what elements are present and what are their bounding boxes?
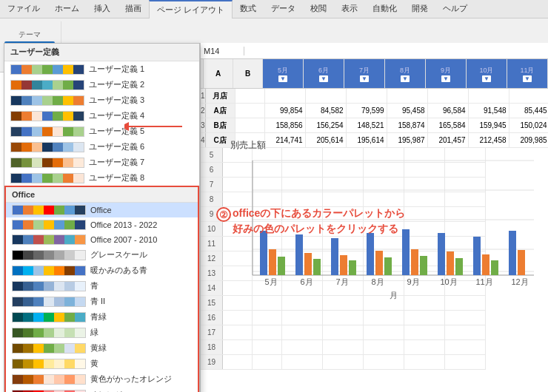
office-item-yellowgreen[interactable]: 黄緑	[6, 340, 198, 356]
tab-review[interactable]: 校閲	[303, 0, 334, 18]
office-item-yellow[interactable]: 黄	[6, 356, 198, 371]
col-jun[interactable]: 6月 ▼	[304, 59, 344, 88]
tab-dev[interactable]: 開発	[404, 0, 435, 18]
svg-rect-26	[473, 237, 481, 275]
col-sep[interactable]: 9月 ▼	[426, 59, 467, 88]
svg-rect-12	[304, 253, 312, 275]
col-may[interactable]: 5月 ▼	[263, 59, 304, 88]
svg-rect-14	[331, 238, 338, 275]
tab-home[interactable]: ホーム	[47, 0, 87, 18]
annotation-text-line1: officeの下にあるカラーパレットから	[233, 206, 405, 221]
user-item-6[interactable]: ユーザー定義 6	[4, 139, 199, 155]
svg-rect-10	[278, 257, 285, 275]
svg-rect-28	[491, 260, 498, 275]
svg-rect-16	[349, 260, 356, 275]
svg-text:12月: 12月	[511, 277, 528, 286]
svg-rect-9	[269, 249, 276, 275]
svg-rect-17	[367, 233, 374, 275]
tab-help[interactable]: ヘルプ	[435, 0, 475, 18]
svg-text:7月: 7月	[335, 277, 348, 286]
user-defined-header: ユーザー定義	[4, 44, 199, 61]
user-item-1[interactable]: ユーザー定義 1	[4, 61, 199, 77]
col-B: B	[233, 59, 263, 88]
tab-data[interactable]: データ	[264, 0, 303, 18]
office-item-warmblue[interactable]: 暖かみのある青	[6, 263, 198, 278]
col-A: A	[204, 59, 233, 88]
annotation-text-line2: 好みの色のパレットをクリックする	[233, 221, 405, 237]
col-aug[interactable]: 8月 ▼	[385, 59, 426, 88]
col-oct[interactable]: 10月 ▼	[467, 59, 507, 88]
office-section: Office Office Office 2013 - 2022 Office …	[4, 186, 199, 392]
office-item-grayscale[interactable]: グレースケール	[6, 247, 198, 263]
col-nov[interactable]: 11月 ▼	[507, 59, 548, 88]
annotation-container: ② officeの下にあるカラーパレットから 好みの色のパレットをクリックする	[216, 206, 405, 237]
chart-container: 別売上額	[223, 139, 548, 377]
arrow-annotation	[124, 121, 184, 134]
office-item-blue[interactable]: 青	[6, 278, 198, 294]
ribbon-tabs: ファイル ホーム 挿入 描画 ページ レイアウト 数式 データ 校閲 表示 自動…	[0, 0, 548, 18]
svg-rect-22	[420, 256, 427, 275]
tab-file[interactable]: ファイル	[0, 0, 47, 18]
theme-label: テーマ	[19, 30, 41, 40]
row-2: 2 A店 99,854 84,582 79,599 95,458 96,584 …	[201, 104, 548, 118]
tab-automate[interactable]: 自動化	[365, 0, 404, 18]
office-item-office[interactable]: Office	[6, 203, 198, 217]
svg-text:11月: 11月	[475, 277, 492, 286]
svg-rect-27	[482, 254, 489, 275]
svg-text:6月: 6月	[300, 277, 313, 286]
tab-formula[interactable]: 数式	[233, 0, 264, 18]
office-header: Office	[6, 187, 198, 203]
column-headers: A B 5月 ▼ 6月 ▼ 7月 ▼ 8月 ▼ 9月 ▼ 10月 ▼ 11月 ▼	[201, 59, 548, 89]
user-item-2[interactable]: ユーザー定義 2	[4, 77, 199, 92]
color-dropdown: ユーザー定義 ユーザー定義 1 ユーザー定義 2 ユーザー定義 3 ユーザー定義…	[4, 43, 200, 392]
office-item-cyan[interactable]: 青緑	[6, 309, 198, 325]
user-item-8[interactable]: ユーザー定義 8	[4, 170, 199, 186]
svg-text:9月: 9月	[407, 277, 419, 286]
svg-rect-18	[375, 251, 383, 275]
office-item-green[interactable]: 緑	[6, 325, 198, 340]
svg-rect-8	[260, 231, 267, 275]
svg-rect-24	[447, 251, 454, 275]
tab-insert[interactable]: 挿入	[87, 0, 118, 18]
office-item-blue2[interactable]: 青 II	[6, 294, 198, 309]
row-3: 3 B店 158,856 156,254 148,521 158,874 165…	[201, 118, 548, 133]
svg-rect-11	[295, 234, 303, 275]
svg-text:8月: 8月	[371, 277, 384, 286]
office-item-2013[interactable]: Office 2013 - 2022	[6, 217, 198, 232]
tab-page-layout[interactable]: ページ レイアウト	[149, 0, 233, 18]
svg-rect-29	[509, 231, 516, 275]
tab-view[interactable]: 表示	[334, 0, 365, 18]
office-item-2007[interactable]: Office 2007 - 2010	[6, 232, 198, 247]
svg-text:10月: 10月	[440, 277, 457, 286]
svg-rect-30	[518, 250, 525, 275]
tab-draw[interactable]: 描画	[118, 0, 149, 18]
row-1: 1 月店	[201, 89, 548, 104]
svg-rect-25	[455, 258, 463, 275]
svg-rect-15	[340, 255, 347, 275]
svg-rect-21	[411, 249, 418, 275]
col-jul[interactable]: 7月 ▼	[344, 59, 385, 88]
svg-text:5月: 5月	[264, 277, 277, 286]
svg-text:月: 月	[390, 291, 398, 300]
office-item-yelloworange[interactable]: 黄色がかったオレンジ	[6, 371, 198, 387]
cell-reference: M14	[204, 47, 244, 55]
svg-rect-23	[438, 233, 445, 275]
office-item-orange[interactable]: オレンジ	[6, 387, 198, 392]
user-item-3[interactable]: ユーザー定義 3	[4, 92, 199, 108]
formula-bar: M14	[201, 43, 548, 59]
svg-rect-19	[384, 257, 392, 275]
annotation-number: ②	[216, 207, 231, 222]
svg-rect-13	[313, 259, 321, 275]
chart-title: 別売上額	[230, 139, 548, 152]
user-item-7[interactable]: ユーザー定義 7	[4, 155, 199, 170]
